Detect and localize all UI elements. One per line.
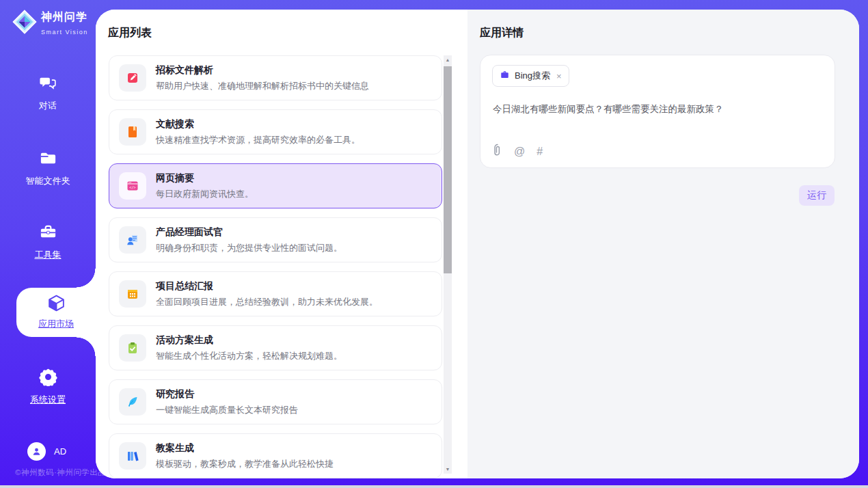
app-card-title: 项目总结汇报: [156, 280, 378, 293]
sidebar-item-label: 工具集: [0, 249, 96, 261]
app-detail-title: 应用详情: [480, 26, 524, 40]
app-card-title: 招标文件解析: [156, 64, 369, 77]
svg-text:</>: </>: [129, 185, 135, 189]
app-card-bid-parse[interactable]: 招标文件解析 帮助用户快速、准确地理解和解析招标书中的关键信息: [109, 55, 442, 100]
user-account[interactable]: AD: [27, 442, 66, 461]
copyright-footer: ©神州数码·神州问学出品: [15, 467, 106, 478]
logo-title: 神州问学: [41, 11, 87, 23]
app-card-pm-interviewer[interactable]: 产品经理面试官 明确身份和职责，为您提供专业性的面试问题。: [109, 217, 442, 262]
attachment-toolbar: @ #: [493, 144, 543, 159]
app-card-event-plan[interactable]: 活动方案生成 智能生成个性化活动方案，轻松解决规划难题。: [109, 325, 442, 370]
cube-icon: [46, 303, 66, 315]
app-card-desc: 一键智能生成高质量长文本研究报告: [156, 404, 298, 416]
hash-icon[interactable]: #: [537, 146, 543, 157]
app-logo: 神州问学 Smart Vision: [12, 10, 96, 37]
browser-code-icon: </>: [119, 172, 146, 200]
sidebar-item-settings[interactable]: 系统设置: [0, 368, 96, 406]
calendar-icon: [119, 280, 146, 308]
app-card-desc: 智能生成个性化活动方案，轻松解决规划难题。: [156, 350, 342, 362]
sidebar-item-app-market[interactable]: 应用市场: [16, 288, 96, 337]
app-card-title: 文献搜索: [156, 118, 360, 131]
bottom-edge-strip: [0, 485, 868, 488]
document-edit-icon: [119, 64, 146, 92]
main-content: 应用列表 招标文件解析 帮助用户快速、准确地理解和解析招标书中的关键信息: [96, 10, 859, 478]
app-list: 招标文件解析 帮助用户快速、准确地理解和解析招标书中的关键信息 文献搜索 快速精…: [109, 55, 442, 478]
app-card-title: 教案生成: [156, 442, 334, 455]
gear-icon: [39, 377, 57, 388]
gem-logo-icon: [12, 10, 37, 37]
sidebar-item-smart-folder[interactable]: 智能文件夹: [0, 149, 96, 187]
app-card-desc: 明确身份和职责，为您提供专业性的面试问题。: [156, 242, 342, 254]
app-card-desc: 模板驱动，教案秒成，教学准备从此轻松快捷: [156, 458, 334, 470]
briefcase-icon: [500, 70, 510, 83]
interviewer-icon: [119, 226, 146, 254]
scrollbar-thumb[interactable]: [444, 66, 452, 273]
app-card-title: 研究报告: [156, 388, 298, 401]
sidebar-item-label: 对话: [0, 100, 96, 112]
list-scrollbar[interactable]: ▲ ▼: [444, 55, 452, 474]
app-card-title: 活动方案生成: [156, 334, 342, 347]
books-icon: [119, 442, 146, 470]
app-card-desc: 快速精准查找学术资源，提高研究效率的必备工具。: [156, 134, 360, 146]
toolbox-icon: [39, 232, 57, 243]
scroll-up-arrow-icon[interactable]: ▲: [444, 55, 452, 64]
book-icon: [119, 118, 146, 146]
sidebar-item-label: 智能文件夹: [0, 175, 96, 187]
app-card-lesson-plan[interactable]: 教案生成 模板驱动，教案秒成，教学准备从此轻松快捷: [109, 433, 442, 478]
sidebar-item-toolset[interactable]: 工具集: [0, 223, 96, 261]
clipboard-check-icon: [119, 334, 146, 362]
app-card-title: 网页摘要: [156, 172, 254, 185]
folder-icon: [39, 158, 57, 170]
query-text[interactable]: 今日湖北有哪些新闻要点？有哪些需要关注的最新政策？: [493, 103, 822, 116]
app-card-research-report[interactable]: 研究报告 一键智能生成高质量长文本研究报告: [109, 379, 442, 424]
sidebar-item-chat[interactable]: 对话: [0, 74, 96, 112]
sidebar: 神州问学 Smart Vision 对话 智能文件夹: [0, 0, 96, 488]
app-card-desc: 全面回顾项目进展，总结经验教训，助力未来优化发展。: [156, 296, 378, 308]
app-card-title: 产品经理面试官: [156, 226, 342, 239]
app-card-desc: 每日政府新闻资讯快查。: [156, 188, 254, 200]
app-card-desc: 帮助用户快速、准确地理解和解析招标书中的关键信息: [156, 80, 369, 92]
app-window: 神州问学 Smart Vision 对话 智能文件夹: [0, 0, 868, 488]
avatar: [27, 442, 46, 461]
tool-chip-bing-search[interactable]: Bing搜索 ×: [492, 65, 569, 87]
user-name: AD: [54, 446, 66, 457]
paperclip-icon[interactable]: [493, 144, 502, 159]
app-list-title: 应用列表: [108, 26, 152, 40]
chat-icon: [39, 83, 57, 94]
app-list-panel: 应用列表 招标文件解析 帮助用户快速、准确地理解和解析招标书中的关键信息: [96, 10, 467, 478]
sidebar-item-label: 应用市场: [16, 318, 96, 330]
app-card-web-summary[interactable]: </> 网页摘要 每日政府新闻资讯快查。: [109, 163, 442, 208]
at-icon[interactable]: @: [514, 146, 525, 157]
app-card-project-summary[interactable]: 项目总结汇报 全面回顾项目进展，总结经验教训，助力未来优化发展。: [109, 271, 442, 316]
quill-icon: [119, 388, 146, 416]
scroll-down-arrow-icon[interactable]: ▼: [444, 465, 452, 474]
close-icon[interactable]: ×: [555, 71, 562, 81]
prompt-card: Bing搜索 × 今日湖北有哪些新闻要点？有哪些需要关注的最新政策？ @ #: [480, 55, 835, 168]
logo-subtitle: Smart Vision: [41, 29, 88, 36]
sidebar-item-label: 系统设置: [0, 394, 96, 406]
tool-chip-label: Bing搜索: [515, 70, 550, 82]
app-card-literature-search[interactable]: 文献搜索 快速精准查找学术资源，提高研究效率的必备工具。: [109, 109, 442, 154]
run-button[interactable]: 运行: [799, 185, 835, 206]
app-detail-panel: 应用详情 Bing搜索 × 今日湖北有哪些新闻要点？有哪些需要关注的最新政策？: [467, 10, 859, 478]
